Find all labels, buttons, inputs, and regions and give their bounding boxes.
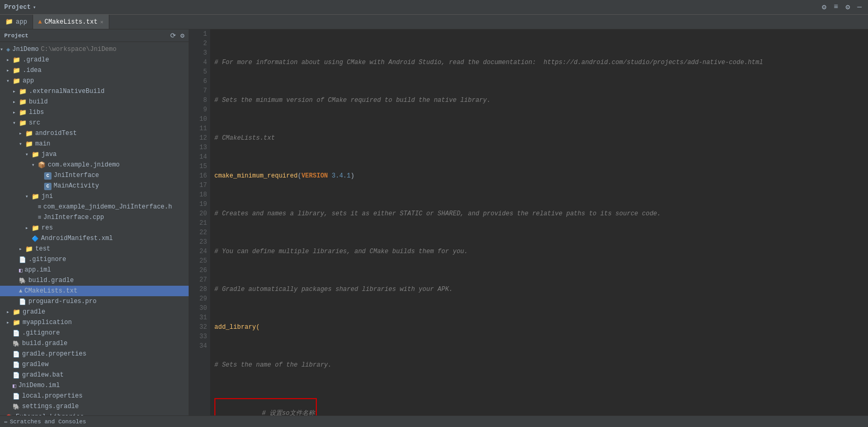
code-text-4f: ) — [350, 171, 354, 181]
tree-item-app[interactable]: ▾ 📁 app — [0, 76, 189, 86]
box-line10: # 设置so文件名称 — [214, 398, 317, 415]
code-text-4e: 3.4.1 — [332, 171, 350, 181]
tree-item-gitignore-app[interactable]: 📄 .gitignore — [0, 254, 189, 265]
tree-item-libs[interactable]: ▸ 📁 libs — [0, 107, 189, 118]
project-label: Project — [4, 4, 30, 11]
tree-item-build-gradle-root[interactable]: 🐘 build.gradle — [0, 338, 189, 349]
arrow-libs: ▸ — [13, 109, 19, 116]
java-label: java — [42, 151, 57, 158]
tree-item-proguard[interactable]: 📄 proguard-rules.pro — [0, 296, 189, 307]
tree-item-h-file[interactable]: ≡ com_example_jnidemo_JniInterface.h — [0, 202, 189, 212]
src-label: src — [29, 119, 40, 127]
code-line-9: # Sets the name of the library. — [214, 360, 868, 370]
top-bar: Project ▾ ⚙ ≡ ⚙ — — [0, 0, 868, 15]
tree-item-gradle-hidden[interactable]: ▸ 📁 .gradle — [0, 55, 189, 65]
gitignore-app-label: .gitignore — [28, 256, 66, 263]
settings-icon[interactable]: ⚙ — [843, 2, 852, 13]
tab-app[interactable]: 📁 app — [0, 15, 33, 29]
tree-item-jnidemo[interactable]: ▾ ◈ JniDemo C:\workspace\JniDemo — [0, 44, 189, 55]
tree-item-main[interactable]: ▾ 📁 main — [0, 139, 189, 149]
tree-item-external-libs[interactable]: ▸ 📚 External Libraries — [0, 412, 189, 415]
code-text-4c: VERSION — [302, 171, 328, 181]
project-dropdown[interactable]: Project ▾ — [4, 4, 36, 11]
tree-item-manifest[interactable]: 🔷 AndroidManifest.xml — [0, 233, 189, 244]
arrow-gradle-root: ▸ — [6, 309, 13, 315]
jni-interface-java-label: JniInterface — [54, 172, 99, 179]
tree-item-gradle-props[interactable]: 📄 gradle.properties — [0, 349, 189, 359]
top-bar-controls: ⚙ ≡ ⚙ — — [820, 2, 864, 13]
code-text-4a: cmake_minimum_required — [214, 171, 297, 181]
test-label: test — [35, 245, 50, 253]
sync-icon[interactable]: ⟳ — [170, 32, 176, 40]
jni-folder-label: jni — [42, 193, 53, 200]
code-text-4b: ( — [297, 171, 301, 181]
sidebar-header: Project ⟳ ⚙ — [0, 29, 189, 42]
tab-cmake-close[interactable]: ✕ — [100, 19, 104, 25]
tree-item-myapp[interactable]: ▸ 📁 myapplication — [0, 317, 189, 328]
tree-item-test[interactable]: ▸ 📁 test — [0, 244, 189, 254]
arrow-gradle-hidden: ▸ — [6, 57, 13, 63]
tree-item-build-dir[interactable]: ▸ 📁 build — [0, 97, 189, 107]
tree-item-app-iml[interactable]: ◧ app.iml — [0, 265, 189, 275]
tree-item-gitignore-root[interactable]: 📄 .gitignore — [0, 328, 189, 338]
package-label: com.example.jnidemo — [48, 161, 120, 169]
myapp-label: myapplication — [23, 319, 72, 326]
xml-icon: 🔷 — [32, 235, 39, 242]
tree-item-cpp-file[interactable]: ≡ JniInterface.cpp — [0, 212, 189, 223]
code-text-1: # For more information about using CMake… — [214, 58, 763, 67]
tree-item-android-test[interactable]: ▸ 📁 androidTest — [0, 128, 189, 139]
tab-cmake[interactable]: ▲ CMakeLists.txt ✕ — [33, 15, 109, 29]
tree-item-jnidemo-iml[interactable]: ◧ JniDemo.iml — [0, 380, 189, 391]
menu-icon[interactable]: ≡ — [832, 2, 840, 13]
manifest-label: AndroidManifest.xml — [41, 235, 113, 242]
tree-item-java[interactable]: ▾ 📁 java — [0, 149, 189, 160]
folder-icon-main: 📁 — [25, 140, 33, 148]
scratches-bottom-item[interactable]: ✏ Scratches and Consoles — [4, 418, 86, 425]
idea-label: .idea — [23, 67, 42, 74]
code-line-3: # CMakeLists.txt — [214, 133, 868, 143]
arrow-myapp: ▸ — [6, 319, 13, 326]
libs-label: libs — [29, 109, 44, 116]
main-label: main — [35, 140, 50, 148]
code-area[interactable]: # For more information about using CMake… — [210, 29, 868, 415]
tree-item-gradlew[interactable]: 📄 gradlew — [0, 359, 189, 370]
gitignore-root-icon: 📄 — [13, 330, 20, 337]
minimize-icon[interactable]: — — [855, 2, 864, 13]
folder-icon-test: 📁 — [25, 245, 33, 253]
sidebar-header-icons: ⟳ ⚙ — [170, 32, 184, 40]
external-native-label: .externalNativeBuild — [29, 88, 105, 95]
arrow-app: ▾ — [6, 78, 13, 84]
build-gradle-root-label: build.gradle — [22, 340, 67, 347]
sidebar-tree[interactable]: ▾ ◈ JniDemo C:\workspace\JniDemo ▸ 📁 .gr… — [0, 42, 189, 415]
gear-sidebar-icon[interactable]: ⚙ — [180, 32, 184, 40]
arrow-src: ▾ — [13, 120, 19, 126]
folder-icon-android-test: 📁 — [25, 130, 33, 138]
cmake-lists-label: CMakeLists.txt — [25, 287, 78, 295]
editor-content[interactable]: 12345 678910 1112131415 1617181920 21222… — [189, 29, 868, 415]
sidebar: Project ⟳ ⚙ ▾ ◈ JniDemo C:\workspace\Jni… — [0, 29, 189, 415]
jnidemo-iml-label: JniDemo.iml — [18, 382, 60, 389]
tree-item-package[interactable]: ▾ 📦 com.example.jnidemo — [0, 160, 189, 170]
build-dir-label: build — [29, 98, 48, 106]
tree-item-jni-interface-java[interactable]: C JniInterface — [0, 170, 189, 181]
code-text-3: # CMakeLists.txt — [214, 133, 275, 143]
tree-item-build-gradle-app[interactable]: 🐘 build.gradle — [0, 275, 189, 286]
folder-icon-src: 📁 — [19, 119, 27, 127]
tree-item-external-native[interactable]: ▸ 📁 .externalNativeBuild — [0, 86, 189, 97]
tree-item-jni-folder[interactable]: ▾ 📁 jni — [0, 191, 189, 202]
code-line-1: # For more information about using CMake… — [214, 58, 868, 67]
gear-icon[interactable]: ⚙ — [820, 2, 828, 13]
tree-item-res[interactable]: ▸ 📁 res — [0, 223, 189, 233]
tree-item-idea[interactable]: ▸ 📁 .idea — [0, 65, 189, 76]
tree-item-gradle-root[interactable]: ▸ 📁 gradle — [0, 307, 189, 317]
h-file-label: com_example_jnidemo_JniInterface.h — [44, 203, 172, 211]
tree-item-local-props[interactable]: 📄 local.properties — [0, 391, 189, 401]
tree-item-settings-gradle[interactable]: 🐘 settings.gradle — [0, 401, 189, 412]
tree-item-main-activity[interactable]: C MainActivity — [0, 181, 189, 191]
tree-item-src[interactable]: ▾ 📁 src — [0, 118, 189, 128]
tree-item-gradlew-bat[interactable]: 📄 gradlew.bat — [0, 370, 189, 380]
main-activity-icon: C — [44, 182, 51, 190]
code-line-4: cmake_minimum_required(VERSION 3.4.1) — [214, 171, 868, 181]
props-icon: 📄 — [13, 351, 20, 358]
tree-item-cmake-lists[interactable]: ▲ CMakeLists.txt — [0, 286, 189, 296]
